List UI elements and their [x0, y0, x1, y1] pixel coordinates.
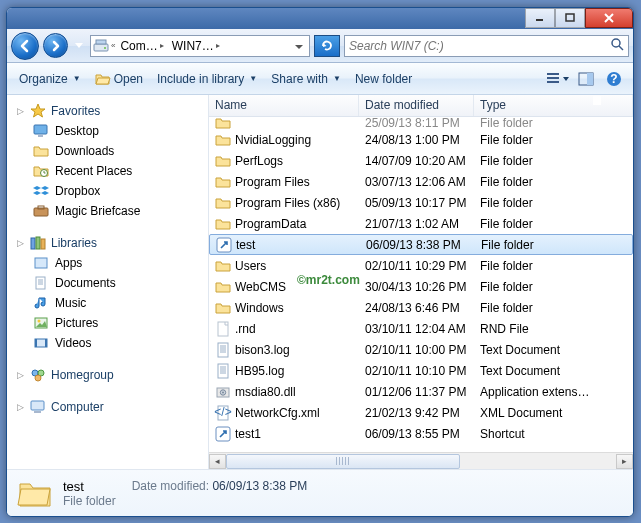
drive-icon [93, 38, 109, 54]
address-dropdown[interactable] [291, 39, 307, 53]
breadcrumb-computer[interactable]: Com…▸ [117, 36, 166, 56]
dll-icon [215, 384, 231, 400]
column-type[interactable]: Type [474, 95, 633, 116]
table-row[interactable]: </>NetworkCfg.xml 21/02/13 9:42 PM XML D… [209, 402, 633, 423]
sidebar-item-music[interactable]: Music [11, 293, 208, 313]
breadcrumb-drive[interactable]: WIN7…▸ [169, 36, 223, 56]
table-row[interactable]: Windows 24/08/13 6:46 PM File folder [209, 297, 633, 318]
preview-pane-button[interactable] [573, 67, 599, 91]
window-controls [525, 8, 633, 29]
sidebar-item-videos[interactable]: Videos [11, 333, 208, 353]
file-type: Application extens… [474, 385, 633, 399]
chevron-right-icon: ▸ [216, 41, 220, 50]
refresh-button[interactable] [314, 35, 340, 57]
file-icon [215, 321, 231, 337]
svg-point-28 [38, 320, 41, 323]
svg-rect-2 [94, 44, 108, 51]
share-with-button[interactable]: Share with▼ [265, 69, 347, 89]
folder-open-icon [95, 71, 111, 87]
address-bar[interactable]: « Com…▸ WIN7…▸ [90, 35, 310, 57]
homegroup-group[interactable]: ▷ Homegroup [11, 365, 208, 385]
new-folder-button[interactable]: New folder [349, 69, 418, 89]
sidebar-item-recent[interactable]: Recent Places [11, 161, 208, 181]
column-name[interactable]: Name [209, 95, 359, 116]
file-type: File folder [474, 301, 633, 315]
svg-line-6 [619, 46, 623, 50]
details-type: File folder [63, 494, 116, 508]
table-row[interactable]: Program Files 03/07/13 12:06 AM File fol… [209, 171, 633, 192]
svg-point-51 [222, 391, 224, 393]
file-date: 21/02/13 9:42 PM [359, 406, 474, 420]
table-row[interactable]: HB95.log 02/10/11 10:10 PM Text Document [209, 360, 633, 381]
help-button[interactable]: ? [601, 67, 627, 91]
table-row[interactable]: test 06/09/13 8:38 PM File folder [209, 234, 633, 255]
computer-group[interactable]: ▷ Computer [11, 397, 208, 417]
close-button[interactable] [585, 8, 633, 28]
table-row[interactable]: Program Files (x86) 05/09/13 10:17 PM Fi… [209, 192, 633, 213]
svg-text:</>: </> [214, 405, 231, 419]
table-row[interactable]: bison3.log 02/10/11 10:00 PM Text Docume… [209, 339, 633, 360]
file-type: Shortcut [474, 427, 633, 441]
homegroup-label: Homegroup [51, 368, 114, 382]
search-input[interactable] [349, 39, 610, 53]
sidebar-item-pictures[interactable]: Pictures [11, 313, 208, 333]
sidebar-item-documents[interactable]: Documents [11, 273, 208, 293]
libraries-label: Libraries [51, 236, 97, 250]
svg-rect-20 [36, 237, 40, 249]
file-type: RND File [474, 322, 633, 336]
svg-rect-23 [36, 277, 45, 289]
file-rows[interactable]: 25/09/13 8:11 PM File folder NvidiaLoggi… [209, 117, 633, 452]
table-row[interactable]: msdia80.dll 01/12/06 11:37 PM Applicatio… [209, 381, 633, 402]
sidebar-item-apps[interactable]: Apps [11, 253, 208, 273]
forward-button[interactable] [43, 33, 68, 58]
scroll-track[interactable] [226, 454, 616, 469]
search-box[interactable] [344, 35, 629, 57]
svg-rect-15 [38, 135, 43, 137]
svg-rect-36 [34, 411, 41, 413]
table-row[interactable]: Users 02/10/11 10:29 PM File folder [209, 255, 633, 276]
minimize-button[interactable] [525, 8, 555, 28]
view-options-button[interactable] [545, 67, 571, 91]
favorites-group[interactable]: ▷ Favorites [11, 101, 208, 121]
details-date-value: 06/09/13 8:38 PM [212, 479, 307, 493]
file-type: File folder [475, 238, 632, 252]
sidebar-item-dropbox[interactable]: Dropbox [11, 181, 208, 201]
file-name: WebCMS [235, 280, 286, 294]
table-row[interactable]: NvidiaLogging 24/08/13 1:00 PM File fold… [209, 129, 633, 150]
file-date: 02/10/11 10:00 PM [359, 343, 474, 357]
svg-rect-1 [566, 14, 574, 21]
column-headers[interactable]: Name Date modified Type [209, 95, 633, 117]
scroll-thumb[interactable] [226, 454, 460, 469]
file-type: File folder [474, 175, 633, 189]
table-row[interactable]: test1 06/09/13 8:55 PM Shortcut [209, 423, 633, 444]
file-date: 24/08/13 6:46 PM [359, 301, 474, 315]
maximize-button[interactable] [555, 8, 585, 28]
column-date[interactable]: Date modified [359, 95, 474, 116]
horizontal-scrollbar[interactable]: ◂ ▸ [209, 452, 633, 469]
history-dropdown[interactable] [72, 34, 86, 58]
libraries-group[interactable]: ▷ Libraries [11, 233, 208, 253]
search-icon [610, 37, 624, 54]
table-row[interactable]: .rnd 03/10/11 12:04 AM RND File [209, 318, 633, 339]
include-library-button[interactable]: Include in library▼ [151, 69, 263, 89]
svg-text:?: ? [610, 72, 617, 86]
table-row[interactable]: PerfLogs 14/07/09 10:20 AM File folder [209, 150, 633, 171]
sidebar-item-downloads[interactable]: Downloads [11, 141, 208, 161]
sidebar-item-desktop[interactable]: Desktop [11, 121, 208, 141]
file-name: Program Files [235, 175, 310, 189]
back-button[interactable] [11, 32, 39, 60]
table-row[interactable]: ProgramData 21/07/13 1:02 AM File folder [209, 213, 633, 234]
scroll-right-button[interactable]: ▸ [616, 454, 633, 469]
open-button[interactable]: Open [89, 68, 149, 90]
collapse-icon: ▷ [15, 402, 25, 412]
svg-rect-38 [218, 322, 228, 336]
sidebar-item-briefcase[interactable]: Magic Briefcase [11, 201, 208, 221]
navigation-pane[interactable]: ▷ Favorites Desktop Downloads Recent Pla… [7, 95, 209, 469]
file-date: 06/09/13 8:55 PM [359, 427, 474, 441]
organize-button[interactable]: Organize▼ [13, 69, 87, 89]
table-row[interactable]: WebCMS 30/04/13 10:26 PM File folder [209, 276, 633, 297]
videos-icon [33, 335, 49, 351]
scroll-left-button[interactable]: ◂ [209, 454, 226, 469]
table-row[interactable]: 25/09/13 8:11 PM File folder [209, 117, 633, 129]
svg-rect-30 [35, 339, 37, 347]
